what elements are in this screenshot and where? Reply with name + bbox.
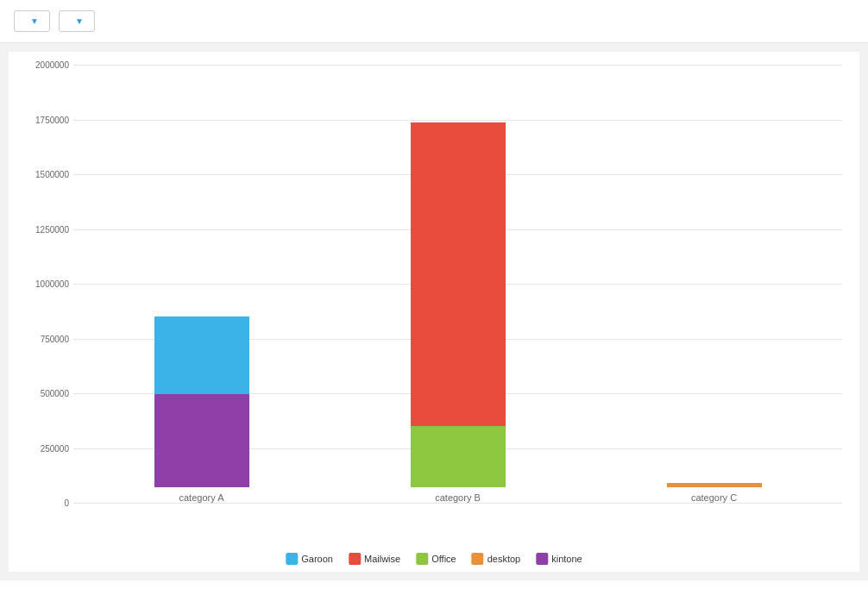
bar-segment xyxy=(411,426,506,487)
legend-item: Mailwise xyxy=(349,553,400,565)
y-tick-label: 1750000 xyxy=(35,115,69,124)
chart-plot: 2000000175000015000001250000100000075000… xyxy=(73,65,842,503)
chart-mode-dropdown[interactable]: ▼ xyxy=(59,10,95,32)
bar-segment xyxy=(154,316,249,394)
chart-container: 2000000175000015000001250000100000075000… xyxy=(9,52,859,572)
bar-group: category B xyxy=(411,122,506,503)
stacked-bar xyxy=(154,316,249,487)
y-tick-label: 1500000 xyxy=(35,170,69,179)
y-tick-label: 250000 xyxy=(41,443,69,453)
chart-type-dropdown[interactable]: ▼ xyxy=(14,10,50,32)
y-tick-label: 0 xyxy=(64,498,69,508)
legend-item: desktop xyxy=(472,553,521,565)
y-tick-label: 1250000 xyxy=(35,224,69,234)
legend-label: Office xyxy=(431,554,456,564)
y-tick-label: 1000000 xyxy=(35,279,69,289)
bar-segment xyxy=(667,483,762,487)
legend-label: Garoon xyxy=(301,554,333,564)
legend-color-box xyxy=(416,553,428,565)
stacked-bar xyxy=(667,483,762,487)
bars-area: category Acategory Bcategory C xyxy=(73,65,842,503)
bar-segment xyxy=(411,122,506,426)
bar-group: category C xyxy=(667,483,762,503)
grid-line xyxy=(73,503,842,504)
legend-color-box xyxy=(536,553,548,565)
y-tick-label: 750000 xyxy=(41,334,69,343)
legend-item: Garoon xyxy=(286,553,333,565)
chevron-down-icon: ▼ xyxy=(30,16,39,26)
x-tick-label: category A xyxy=(179,492,224,503)
legend-label: Mailwise xyxy=(364,554,400,564)
legend-label: kintone xyxy=(551,554,582,564)
y-tick-label: 500000 xyxy=(41,389,69,398)
toolbar: ▼ ▼ xyxy=(0,0,868,43)
legend-color-box xyxy=(472,553,484,565)
chart-area: 2000000175000015000001250000100000075000… xyxy=(0,43,868,580)
y-tick-label: 2000000 xyxy=(35,60,69,70)
bar-segment xyxy=(154,394,249,487)
legend-label: desktop xyxy=(487,554,521,564)
x-tick-label: category B xyxy=(435,492,481,503)
stacked-bar xyxy=(411,122,506,487)
bar-group: category A xyxy=(154,316,249,503)
legend-color-box xyxy=(349,553,361,565)
legend-item: kintone xyxy=(536,553,582,565)
x-tick-label: category C xyxy=(691,492,737,503)
legend-color-box xyxy=(286,553,298,565)
legend-item: Office xyxy=(416,553,456,565)
chart-legend: GaroonMailwiseOfficedesktopkintone xyxy=(286,553,582,565)
chevron-down-icon: ▼ xyxy=(75,16,84,26)
